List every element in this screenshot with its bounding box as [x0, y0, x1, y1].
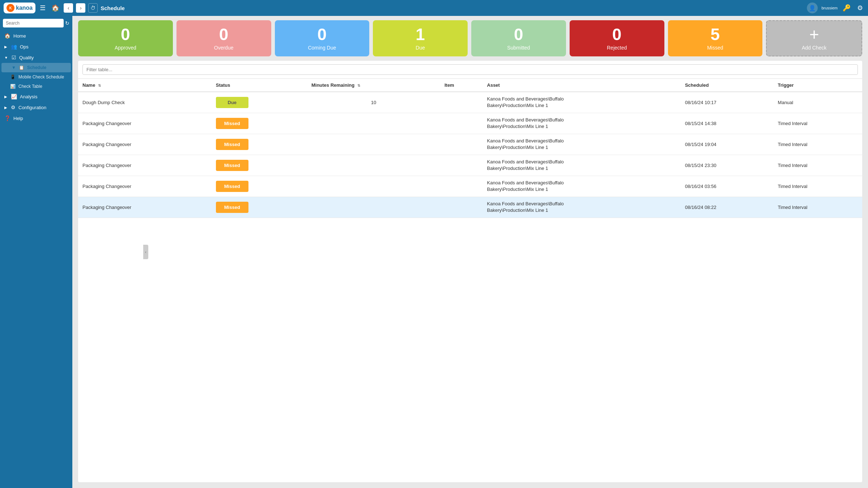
user-name: brussiem — [821, 6, 838, 10]
user-avatar: 👤 — [807, 3, 818, 13]
cell-status: Missed — [212, 134, 307, 155]
analysis-expand-icon: ▶ — [4, 95, 7, 99]
table-row[interactable]: Packaging Changeover Missed Kanoa Foods … — [78, 155, 862, 176]
col-header-scheduled[interactable]: Scheduled — [681, 79, 774, 92]
asset-line1: Kanoa Foods and Beverages\Buffalo — [487, 201, 676, 207]
sidebar-item-configuration-label: Configuration — [18, 105, 46, 110]
missed-count: 5 — [711, 26, 720, 43]
cell-item — [440, 134, 483, 155]
sidebar-item-check-table[interactable]: 📊 Check Table — [0, 82, 72, 91]
rejected-count: 0 — [612, 26, 622, 43]
add-check-card[interactable]: + Add Check — [766, 20, 862, 56]
table-row[interactable]: Packaging Changeover Missed Kanoa Foods … — [78, 197, 862, 218]
search-icon-button[interactable]: ↻ — [65, 20, 69, 26]
sidebar-item-quality[interactable]: ▼ ☑ Quality — [0, 52, 72, 63]
add-check-plus: + — [809, 26, 819, 43]
overdue-count: 0 — [219, 26, 229, 43]
login-button[interactable]: 🔑 — [841, 3, 852, 13]
forward-button[interactable]: › — [76, 3, 85, 13]
add-check-label: Add Check — [802, 45, 826, 51]
cell-name: Packaging Changeover — [78, 134, 212, 155]
cell-status: Missed — [212, 176, 307, 197]
missed-card[interactable]: 5 Missed — [668, 20, 763, 56]
table-row[interactable]: Packaging Changeover Missed Kanoa Foods … — [78, 134, 862, 155]
cell-name: Packaging Changeover — [78, 176, 212, 197]
search-box: ↻ — [3, 19, 69, 27]
sidebar-item-schedule[interactable]: ▼ 📋 Schedule — [1, 63, 71, 72]
col-header-minutes[interactable]: Minutes Remaining ⇅ — [307, 79, 440, 92]
table-container: Name ⇅ Status Minutes Remaining ⇅ — [78, 79, 862, 482]
settings-button[interactable]: ⚙ — [856, 3, 864, 13]
summary-bar: 0 Approved 0 Overdue 0 Coming Due 1 Due … — [72, 16, 868, 61]
sidebar-item-mobile-check[interactable]: 📱 Mobile Check Schedule — [0, 72, 72, 82]
filter-input[interactable] — [82, 64, 858, 75]
coming-due-count: 0 — [318, 26, 327, 43]
sidebar-item-analysis[interactable]: ▶ 📈 Analysis — [0, 91, 72, 102]
page-title: Schedule — [101, 5, 804, 11]
coming-due-label: Coming Due — [308, 45, 336, 51]
sidebar-item-schedule-label: Schedule — [27, 65, 46, 70]
asset-line1: Kanoa Foods and Beverages\Buffalo — [487, 96, 676, 102]
col-header-name[interactable]: Name ⇅ — [78, 79, 212, 92]
rejected-card[interactable]: 0 Rejected — [570, 20, 664, 56]
home-nav-button[interactable]: 🏠 — [50, 3, 61, 13]
cell-asset: Kanoa Foods and Beverages\Buffalo Bakery… — [483, 113, 681, 134]
cell-minutes — [307, 176, 440, 197]
cell-status: Missed — [212, 155, 307, 176]
back-button[interactable]: ‹ — [64, 3, 73, 13]
logo-text: kanoa — [16, 5, 33, 11]
submitted-card[interactable]: 0 Submitted — [471, 20, 566, 56]
sidebar-item-mobile-check-label: Mobile Check Schedule — [18, 74, 64, 80]
status-badge: Missed — [216, 160, 248, 171]
col-header-status[interactable]: Status — [212, 79, 307, 92]
col-header-trigger[interactable]: Trigger — [774, 79, 862, 92]
table-row[interactable]: Dough Dump Check Due 10 Kanoa Foods and … — [78, 92, 862, 113]
sidebar-item-ops-label: Ops — [20, 44, 29, 50]
cell-scheduled: 08/15/24 23:30 — [681, 155, 774, 176]
main-layout: ↻ 🏠 Home ▶ 👥 Ops ▼ ☑ Quality ▼ 📋 Schedul… — [0, 16, 868, 488]
cell-asset: Kanoa Foods and Beverages\Buffalo Bakery… — [483, 197, 681, 218]
hamburger-menu-button[interactable]: ☰ — [38, 3, 47, 13]
table-area: Name ⇅ Status Minutes Remaining ⇅ — [78, 61, 862, 482]
sidebar-collapse-handle[interactable]: ‹ — [143, 245, 148, 259]
table-header-row: Name ⇅ Status Minutes Remaining ⇅ — [78, 79, 862, 92]
schedule-icon: 📋 — [19, 65, 24, 70]
sidebar-item-help[interactable]: ❓ Help — [0, 113, 72, 124]
approved-card[interactable]: 0 Approved — [78, 20, 173, 56]
asset-line2: Bakery\Production\Mix Line 1 — [487, 123, 676, 130]
due-card[interactable]: 1 Due — [373, 20, 468, 56]
history-button[interactable]: ⏱ — [88, 3, 98, 13]
cell-trigger: Timed Interval — [774, 113, 862, 134]
asset-line2: Bakery\Production\Mix Line 1 — [487, 102, 676, 109]
cell-name: Dough Dump Check — [78, 92, 212, 113]
logo[interactable]: K kanoa — [4, 3, 35, 13]
logo-icon: K — [7, 4, 14, 12]
col-header-item[interactable]: Item — [440, 79, 483, 92]
content-wrapper: ‹ 0 Approved 0 Overdue 0 Coming Due 1 — [72, 16, 868, 488]
home-icon: 🏠 — [4, 33, 10, 39]
col-header-asset[interactable]: Asset — [483, 79, 681, 92]
overdue-card[interactable]: 0 Overdue — [176, 20, 271, 56]
search-input[interactable] — [3, 19, 64, 27]
config-icon: ⚙ — [11, 104, 16, 110]
sidebar-item-home[interactable]: 🏠 Home — [0, 30, 72, 41]
sidebar-item-home-label: Home — [13, 33, 26, 39]
name-sort-icon: ⇅ — [98, 84, 101, 87]
table-row[interactable]: Packaging Changeover Missed Kanoa Foods … — [78, 176, 862, 197]
coming-due-card[interactable]: 0 Coming Due — [275, 20, 370, 56]
status-badge: Missed — [216, 202, 248, 213]
cell-scheduled: 08/16/24 10:17 — [681, 92, 774, 113]
asset-line1: Kanoa Foods and Beverages\Buffalo — [487, 138, 676, 144]
cell-asset: Kanoa Foods and Beverages\Buffalo Bakery… — [483, 134, 681, 155]
cell-name: Packaging Changeover — [78, 197, 212, 218]
cell-asset: Kanoa Foods and Beverages\Buffalo Bakery… — [483, 155, 681, 176]
cell-name: Packaging Changeover — [78, 113, 212, 134]
sidebar-item-ops[interactable]: ▶ 👥 Ops — [0, 41, 72, 52]
sidebar-item-help-label: Help — [13, 116, 23, 121]
sidebar-item-configuration[interactable]: ▶ ⚙ Configuration — [0, 102, 72, 113]
cell-minutes: 10 — [307, 92, 440, 113]
asset-line2: Bakery\Production\Mix Line 1 — [487, 186, 676, 193]
table-row[interactable]: Packaging Changeover Missed Kanoa Foods … — [78, 113, 862, 134]
cell-minutes — [307, 113, 440, 134]
cell-item — [440, 92, 483, 113]
